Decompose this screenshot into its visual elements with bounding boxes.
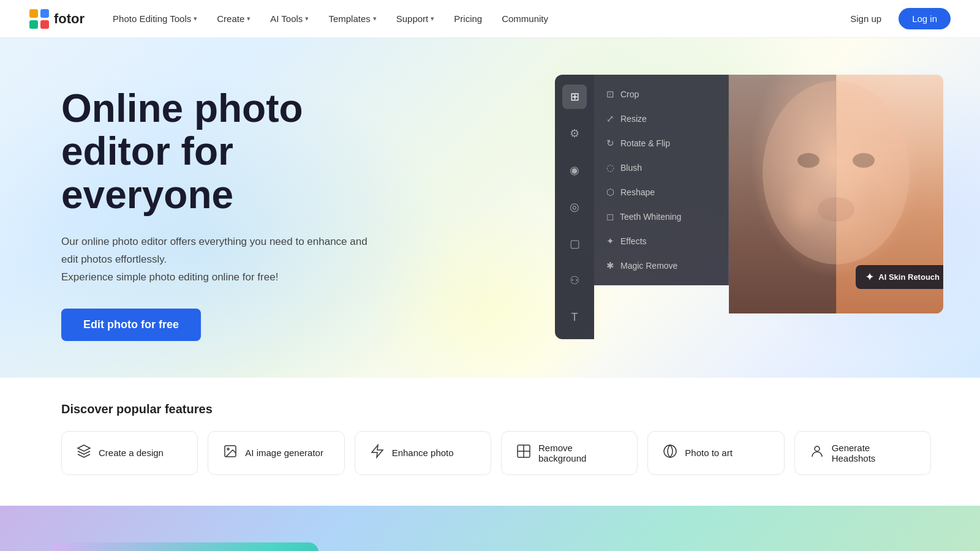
teeth-icon: ◻ — [606, 211, 614, 222]
toolbar-frame-icon[interactable]: ▢ — [562, 231, 587, 256]
feature-card-ai-image-generator[interactable]: AI image generator — [208, 431, 344, 475]
nav-item-create[interactable]: Create ▾ — [208, 9, 259, 29]
toolbar-text-icon[interactable]: T — [562, 305, 587, 329]
nav-item-community[interactable]: Community — [493, 9, 557, 29]
ai-image-generator-icon — [223, 444, 238, 462]
feature-card-photo-to-art[interactable]: Photo to art — [647, 431, 784, 475]
reshape-icon: ⬡ — [606, 187, 614, 198]
feature-card-create-design[interactable]: Create a design — [61, 431, 198, 475]
hero-subtitle: Our online photo editor offers everythin… — [61, 233, 380, 287]
panel-magic-remove[interactable]: ✱ Magic Remove — [594, 253, 728, 278]
svg-rect-2 — [29, 20, 38, 29]
chevron-down-icon: ▾ — [431, 15, 434, 23]
svg-point-13 — [664, 445, 676, 457]
enhance-photo-icon — [370, 444, 385, 462]
chevron-down-icon: ▾ — [305, 15, 309, 23]
features-grid: Create a design AI image generator Enhan… — [61, 431, 931, 475]
chevron-down-icon: ▾ — [194, 15, 197, 23]
toolbar-eye-icon[interactable]: ◎ — [562, 195, 587, 219]
toolbar-adjust-icon[interactable]: ⚙ — [562, 121, 587, 146]
navigation: fotor Photo Editing Tools ▾ Create ▾ AI … — [0, 0, 980, 38]
chevron-down-icon: ▾ — [373, 15, 377, 23]
feature-card-generate-headshots[interactable]: Generate Headshots — [794, 431, 931, 475]
toolbar-grid-icon[interactable]: ⊞ — [562, 84, 587, 109]
hero-content: Online photo editor for everyone Our onl… — [0, 38, 429, 378]
fotor-logo-icon — [29, 9, 49, 29]
nav-item-photo-editing-tools[interactable]: Photo Editing Tools ▾ — [104, 9, 206, 29]
login-button[interactable]: Log in — [899, 8, 951, 29]
panel-crop[interactable]: ⊡ Crop — [594, 82, 728, 107]
nav-items: Photo Editing Tools ▾ Create ▾ AI Tools … — [104, 9, 840, 29]
rotate-icon: ↻ — [606, 138, 614, 149]
logo[interactable]: fotor — [29, 9, 85, 29]
signup-button[interactable]: Sign up — [840, 9, 891, 29]
panel-effects[interactable]: ✦ Effects — [594, 229, 728, 253]
editor-toolbar: ⊞ ⚙ ◉ ◎ ▢ ⚇ T — [555, 75, 594, 339]
nav-right: Sign up Log in — [840, 8, 951, 29]
bottom-image — [49, 542, 318, 551]
hero-title: Online photo editor for everyone — [61, 87, 380, 216]
crop-icon: ⊡ — [606, 89, 614, 100]
chevron-down-icon: ▾ — [247, 15, 251, 23]
nav-item-pricing[interactable]: Pricing — [445, 9, 491, 29]
svg-rect-1 — [40, 9, 49, 18]
editor-tools-panel: ⊡ Crop ⤢ Resize ↻ Rotate & Flip ◌ Blush … — [594, 75, 729, 285]
svg-rect-3 — [40, 20, 49, 29]
edit-photo-cta-button[interactable]: Edit photo for free — [61, 309, 201, 341]
features-section: Discover popular features Create a desig… — [0, 378, 980, 506]
feature-card-remove-background[interactable]: Remove background — [501, 431, 638, 475]
ai-skin-retouch-badge[interactable]: ✦ AI Skin Retouch — [856, 265, 943, 289]
features-title: Discover popular features — [61, 402, 931, 416]
ai-icon: ✦ — [865, 271, 873, 283]
toolbar-people-icon[interactable]: ⚇ — [562, 268, 587, 293]
bottom-section: Simplify photo editing with our online p… — [0, 506, 980, 551]
remove-background-icon — [516, 444, 531, 462]
svg-point-10 — [227, 448, 229, 450]
svg-marker-11 — [372, 445, 383, 457]
nav-item-templates[interactable]: Templates ▾ — [320, 9, 385, 29]
create-design-icon — [77, 444, 91, 462]
magic-remove-icon: ✱ — [606, 260, 614, 271]
hero-section: Online photo editor for everyone Our onl… — [0, 38, 980, 378]
panel-resize[interactable]: ⤢ Resize — [594, 107, 728, 131]
blush-icon: ◌ — [606, 162, 614, 173]
toolbar-face-icon[interactable]: ◉ — [562, 158, 587, 182]
svg-point-14 — [815, 446, 820, 451]
bottom-text: Simplify photo editing with our online p… — [368, 542, 835, 551]
hero-photo: ✦ AI Skin Retouch — [729, 75, 943, 313]
svg-point-6 — [853, 153, 875, 168]
logo-text: fotor — [54, 11, 85, 27]
effects-icon: ✦ — [606, 236, 614, 247]
svg-rect-0 — [29, 9, 38, 18]
resize-icon: ⤢ — [606, 113, 614, 124]
panel-reshape[interactable]: ⬡ Reshape — [594, 180, 728, 204]
nav-item-support[interactable]: Support ▾ — [388, 9, 443, 29]
generate-headshots-icon — [810, 444, 824, 462]
panel-rotate-flip[interactable]: ↻ Rotate & Flip — [594, 131, 728, 156]
photo-to-art-icon — [663, 444, 677, 462]
svg-point-5 — [797, 153, 820, 168]
panel-blush[interactable]: ◌ Blush — [594, 156, 728, 180]
nav-item-ai-tools[interactable]: AI Tools ▾ — [262, 9, 317, 29]
hero-editor-panel: ⊞ ⚙ ◉ ◎ ▢ ⚇ T ⊡ Crop ⤢ Resize ↻ Rotate &… — [555, 75, 943, 339]
panel-teeth-whitening[interactable]: ◻ Teeth Whitening — [594, 204, 728, 229]
feature-card-enhance-photo[interactable]: Enhance photo — [355, 431, 491, 475]
